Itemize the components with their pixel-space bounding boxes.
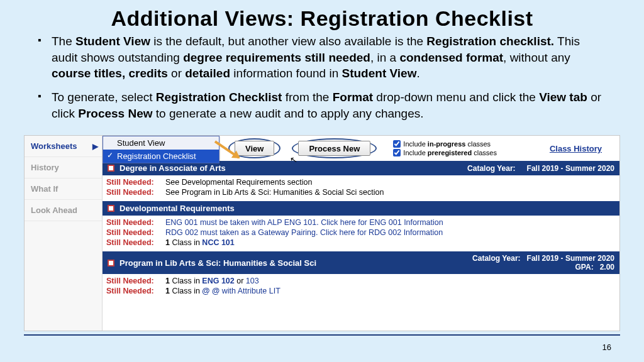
include-inprogress[interactable]: Include in-progress classes	[393, 140, 497, 148]
text-bold: Process New	[78, 107, 152, 120]
count: 1	[165, 287, 170, 295]
sidebar-item-worksheets[interactable]: Worksheets ▶	[25, 136, 102, 157]
bullet-1: The Student View is the default, but ano…	[38, 33, 606, 82]
still-needed-label: Still Needed:	[106, 277, 160, 285]
text: , without any	[503, 51, 570, 64]
text: , in a	[370, 51, 399, 64]
still-needed-label: Still Needed:	[106, 228, 160, 237]
cursor-icon: ↖	[289, 154, 299, 165]
requirement-row: Still Needed:1 Class in NCC 101	[106, 238, 616, 248]
dropdown-option-registration-checklist[interactable]: ✓Registration Checklist	[103, 150, 219, 163]
catalog-year-label: Catalog Year:	[467, 164, 515, 173]
page-number: 16	[602, 343, 611, 352]
section-developmental-header: Developmental Requirements	[103, 201, 619, 216]
requirement-text: See Program in Lib Arts & Sci: Humanitie…	[165, 188, 384, 197]
footer-divider	[24, 334, 620, 336]
section-developmental-body: Still Needed:ENG 001 must be taken with …	[103, 216, 619, 251]
text-bold: Registration checklist.	[426, 35, 554, 48]
requirement-row: Still Needed:See Developmental Requireme…	[106, 177, 616, 187]
text-bold: course titles, credits	[52, 67, 168, 80]
section-program-body: Still Needed:1 Class in ENG 102 or 103 S…	[103, 274, 619, 300]
text-bold: preregistered	[428, 149, 472, 156]
requirement-row: Still Needed:1 Class in ENG 102 or 103	[106, 276, 616, 286]
unchecked-box-icon	[108, 205, 114, 212]
text: The	[52, 35, 75, 48]
preregistered-checkbox[interactable]	[393, 149, 401, 156]
text: Class in	[170, 238, 202, 247]
catalog-year-value: Fall 2019 - Summer 2020	[527, 164, 614, 173]
sections: Degree in Associate of Arts Catalog Year…	[103, 161, 619, 331]
text-bold: Format	[333, 90, 373, 104]
count: 1	[165, 238, 170, 247]
text-bold: in-progress	[428, 140, 466, 148]
section-title: Developmental Requirements	[119, 204, 235, 213]
requirement-link[interactable]: RDG 002 must taken as a Gateway Pairing.…	[165, 228, 443, 237]
course-code[interactable]: @ @	[202, 287, 219, 295]
process-new-button[interactable]: Process New	[298, 141, 370, 156]
count: 1	[165, 277, 170, 285]
include-options: Include in-progress classes Include prer…	[393, 140, 497, 156]
section-title: Degree in Associate of Arts	[119, 163, 226, 173]
sidebar-item-label: Worksheets	[31, 141, 77, 151]
text: Class in	[170, 277, 202, 285]
course-code[interactable]: 103	[246, 277, 259, 285]
sidebar-item-label: Look Ahead	[31, 206, 77, 215]
text: is the default, but another view also av…	[150, 35, 426, 48]
format-dropdown[interactable]: Student View ✓Registration Checklist	[103, 136, 219, 163]
sidebar-item-label: What If	[31, 184, 58, 194]
requirement-row: Still Needed:See Program in Lib Arts & S…	[106, 187, 616, 197]
check-icon: ✓	[107, 151, 113, 160]
unchecked-box-icon	[108, 165, 114, 172]
sidebar-item-lookahead[interactable]: Look Ahead	[25, 200, 102, 221]
course-code[interactable]: ENG 102	[202, 277, 234, 285]
still-needed-label: Still Needed:	[106, 287, 160, 295]
text-bold: detailed	[185, 67, 230, 80]
section-title: Program in Lib Arts & Sci: Humanities & …	[119, 258, 316, 268]
course-code[interactable]: NCC 101	[202, 238, 234, 247]
text-bold: Student View	[75, 35, 150, 48]
text: classes	[472, 149, 497, 156]
text-bold: View tab	[539, 90, 587, 104]
still-needed-label: Still Needed:	[106, 238, 160, 247]
text-bold: condensed format	[399, 51, 503, 64]
text: .	[416, 67, 419, 80]
text: Include	[403, 149, 428, 156]
requirement-row: Still Needed:ENG 001 must be taken with …	[106, 217, 616, 228]
slide-title: Additional Views: Registration Checklist	[0, 6, 644, 31]
unchecked-box-icon	[108, 260, 114, 266]
text: drop-down menu and click the	[373, 90, 539, 104]
sidebar-item-history[interactable]: History	[25, 157, 102, 178]
sidebar-item-whatif[interactable]: What If	[25, 178, 102, 200]
process-highlight: Process New	[292, 138, 377, 158]
requirement-row: Still Needed:RDG 002 must taken as a Gat…	[106, 228, 616, 238]
catalog-year-label: Catalog Year:	[472, 254, 520, 263]
bullet-list: The Student View is the default, but ano…	[0, 33, 644, 135]
sidebar-item-label: History	[31, 163, 59, 172]
bullet-2: To generate, select Registration Checkli…	[38, 89, 606, 121]
toolbar: View Process New Include in-progress cla…	[222, 136, 619, 161]
slide: Additional Views: Registration Checklist…	[0, 0, 644, 362]
gpa-value: 2.00	[600, 263, 614, 272]
text: to generate a new audit and to apply any…	[153, 107, 424, 120]
inprogress-checkbox[interactable]	[393, 140, 401, 148]
text: Include	[403, 140, 428, 148]
text: or	[235, 277, 246, 285]
gpa-label: GPA:	[575, 263, 594, 272]
text-bold: Registration Checklist	[156, 90, 282, 104]
text: from the	[282, 90, 332, 104]
text: information found in	[230, 67, 341, 80]
requirement-link[interactable]: ENG 001 must be taken with ALP ENG 101. …	[165, 218, 443, 227]
catalog-year-value: Fall 2019 - Summer 2020	[527, 254, 614, 263]
include-preregistered[interactable]: Include preregistered classes	[393, 149, 497, 156]
class-history-link[interactable]: Class History	[550, 144, 602, 153]
section-degree-body: Still Needed:See Developmental Requireme…	[103, 175, 619, 201]
text: classes	[465, 140, 491, 148]
chevron-right-icon: ▶	[92, 142, 98, 151]
still-needed-label: Still Needed:	[106, 218, 160, 227]
main-panel: Student View ✓Registration Checklist ↖ V…	[103, 136, 619, 331]
attribute-text: with Attribute LIT	[219, 287, 280, 295]
section-program-header: Program in Lib Arts & Sci: Humanities & …	[103, 251, 619, 274]
still-needed-label: Still Needed:	[106, 178, 160, 187]
text: Class in	[170, 287, 202, 295]
dropdown-option-student-view[interactable]: Student View	[103, 136, 219, 150]
